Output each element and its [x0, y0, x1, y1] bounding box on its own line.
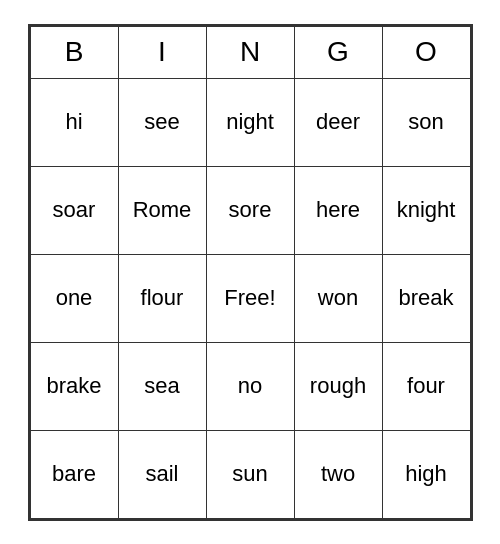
table-cell: won [294, 254, 382, 342]
bingo-table: B I N G O hiseenightdeersonsoarRomesoreh… [30, 26, 471, 519]
table-row: hiseenightdeerson [30, 78, 470, 166]
table-cell: break [382, 254, 470, 342]
table-cell: sore [206, 166, 294, 254]
table-row: oneflourFree!wonbreak [30, 254, 470, 342]
header-g: G [294, 26, 382, 78]
table-cell: sea [118, 342, 206, 430]
table-row: soarRomesorehereknight [30, 166, 470, 254]
table-cell: night [206, 78, 294, 166]
table-cell: sun [206, 430, 294, 518]
bingo-body: hiseenightdeersonsoarRomesorehereknighto… [30, 78, 470, 518]
table-cell: see [118, 78, 206, 166]
table-cell: bare [30, 430, 118, 518]
table-row: brakeseanoroughfour [30, 342, 470, 430]
table-cell: knight [382, 166, 470, 254]
table-cell: rough [294, 342, 382, 430]
table-cell: here [294, 166, 382, 254]
table-cell: flour [118, 254, 206, 342]
table-cell: soar [30, 166, 118, 254]
header-row: B I N G O [30, 26, 470, 78]
table-cell: sail [118, 430, 206, 518]
table-cell: two [294, 430, 382, 518]
table-cell: four [382, 342, 470, 430]
table-cell: one [30, 254, 118, 342]
table-cell: deer [294, 78, 382, 166]
table-row: baresailsuntwohigh [30, 430, 470, 518]
header-n: N [206, 26, 294, 78]
header-i: I [118, 26, 206, 78]
header-b: B [30, 26, 118, 78]
header-o: O [382, 26, 470, 78]
table-cell: brake [30, 342, 118, 430]
table-cell: Free! [206, 254, 294, 342]
table-cell: son [382, 78, 470, 166]
table-cell: Rome [118, 166, 206, 254]
table-cell: high [382, 430, 470, 518]
table-cell: hi [30, 78, 118, 166]
table-cell: no [206, 342, 294, 430]
bingo-card: B I N G O hiseenightdeersonsoarRomesoreh… [28, 24, 473, 521]
